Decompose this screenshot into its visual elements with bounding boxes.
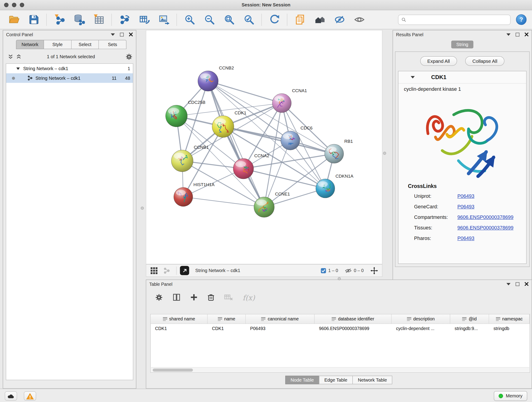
network-node-HIST1H1A[interactable]: HIST1H1A: [174, 182, 215, 206]
tab-node-table[interactable]: Node Table: [285, 376, 319, 384]
network-node-CDK1[interactable]: CDK1: [212, 110, 246, 138]
table-row[interactable]: CDK1 CDK1 P06493 9606.ENSP00000378699 cy…: [151, 324, 530, 333]
function-builder-button-disabled[interactable]: f(x): [243, 294, 255, 302]
expand-all-button[interactable]: Expand All: [420, 56, 457, 66]
save-session-button[interactable]: [26, 12, 41, 27]
float-panel-button[interactable]: [111, 33, 115, 36]
maximize-panel-button[interactable]: [516, 32, 519, 36]
selected-checkbox-icon[interactable]: [321, 268, 326, 273]
network-canvas[interactable]: CCNB2CCNA1CDC25BCDK1CDC6RB1CCNB1CCNA2CDK…: [146, 30, 382, 264]
network-node-CDC6[interactable]: CDC6: [281, 126, 312, 150]
column-header-description[interactable]: description: [392, 314, 450, 323]
column-header-canonical-name[interactable]: canonical name: [246, 314, 314, 323]
tab-style[interactable]: Style: [44, 40, 71, 49]
network-node-CCNA1[interactable]: CCNA1: [272, 88, 307, 113]
splitter-handle[interactable]: [141, 206, 144, 210]
network-graph[interactable]: CCNB2CCNA1CDC25BCDK1CDC6RB1CCNB1CCNA2CDK…: [146, 30, 382, 264]
tab-network-table[interactable]: Network Table: [352, 376, 392, 384]
crosslink-link[interactable]: 9606.ENSP00000378699: [457, 225, 513, 230]
close-panel-button[interactable]: [525, 32, 529, 36]
cell-database-identifier[interactable]: 9606.ENSP00000378699: [315, 324, 392, 333]
tab-sets[interactable]: Sets: [99, 40, 127, 49]
crosslink-link[interactable]: P06493: [457, 204, 474, 209]
scrollbar-thumb[interactable]: [152, 368, 193, 371]
open-session-button[interactable]: [6, 12, 21, 27]
cloud-status-button[interactable]: [5, 391, 17, 401]
tab-network[interactable]: Network: [16, 40, 44, 49]
tab-string[interactable]: String: [451, 41, 473, 48]
close-panel-button[interactable]: [129, 32, 133, 36]
zoom-window-button[interactable]: [20, 3, 24, 7]
open-in-window-button[interactable]: [180, 266, 189, 275]
zoom-out-button[interactable]: [202, 12, 217, 27]
zoom-selected-button[interactable]: [241, 12, 256, 27]
network-row-selected[interactable]: String Network – cdk1 11 48: [6, 73, 133, 83]
cell-shared-name[interactable]: CDK1: [151, 324, 207, 333]
eye-button[interactable]: [352, 12, 367, 27]
crosslink-link[interactable]: P06493: [457, 235, 474, 241]
cell-canonical-name[interactable]: P06493: [246, 324, 314, 333]
search-input[interactable]: [408, 17, 507, 22]
export-image-button[interactable]: [157, 12, 171, 27]
cell-name[interactable]: CDK1: [208, 324, 246, 333]
cell-description[interactable]: cyclin-dependent ...: [392, 324, 450, 333]
minimize-window-button[interactable]: [12, 3, 16, 7]
help-button[interactable]: ?: [516, 14, 526, 25]
import-network-file-button[interactable]: [52, 12, 67, 27]
show-hide-graphics-details-button[interactable]: [332, 12, 347, 27]
pan-mode-button[interactable]: [370, 267, 378, 274]
network-node-CDKN1A[interactable]: CDKN1A: [316, 174, 353, 198]
import-network-database-button[interactable]: [71, 12, 86, 27]
network-collection-row[interactable]: String Network – cdk1 1: [6, 64, 133, 73]
maximize-panel-button[interactable]: [120, 32, 124, 36]
home-button[interactable]: [312, 12, 327, 27]
birds-eye-view-button[interactable]: [150, 267, 158, 274]
search-field[interactable]: [398, 14, 510, 25]
network-node-CCNB1[interactable]: CCNB1: [171, 145, 209, 172]
show-columns-button[interactable]: [173, 294, 180, 303]
maximize-panel-button[interactable]: [516, 282, 519, 286]
column-header-shared-name[interactable]: shared name: [151, 314, 207, 323]
apply-layout-button[interactable]: [267, 12, 282, 27]
new-network-button[interactable]: [117, 12, 132, 27]
disclosure-triangle-icon[interactable]: [16, 67, 20, 70]
network-options-button[interactable]: [125, 53, 133, 60]
network-node-RB1[interactable]: RB1: [325, 139, 353, 163]
copy-document-button[interactable]: [292, 12, 307, 27]
network-overview-button-disabled[interactable]: [163, 267, 170, 274]
section-disclosure-triangle-icon[interactable]: [411, 76, 415, 78]
memory-button[interactable]: Memory: [494, 391, 527, 401]
memory-label: Memory: [506, 394, 523, 399]
splitter-handle[interactable]: [338, 277, 341, 280]
splitter-handle[interactable]: [383, 152, 386, 155]
new-network-from-table-button[interactable]: [137, 12, 152, 27]
cell-id[interactable]: stringdb:9...: [450, 324, 489, 333]
table-options-button[interactable]: [155, 293, 163, 303]
tab-edge-table[interactable]: Edge Table: [319, 376, 353, 384]
collapse-all-button[interactable]: Collapse All: [465, 56, 504, 66]
collapse-all-networks-button[interactable]: [8, 54, 13, 59]
tab-select[interactable]: Select: [71, 40, 99, 49]
column-header-name[interactable]: name: [208, 314, 246, 323]
crosslink-link[interactable]: P06493: [457, 193, 474, 199]
zoom-in-button[interactable]: [182, 12, 197, 27]
hidden-eye-icon[interactable]: [345, 268, 352, 273]
delete-column-button[interactable]: [208, 294, 215, 303]
crosslink-link[interactable]: 9606.ENSP00000378699: [457, 214, 513, 220]
column-header-database-identifier[interactable]: database identifier: [315, 314, 392, 323]
warnings-button[interactable]: [24, 391, 36, 401]
float-panel-button[interactable]: [506, 33, 510, 36]
zoom-fit-button[interactable]: [222, 12, 236, 27]
close-panel-button[interactable]: [525, 282, 529, 286]
import-table-file-button[interactable]: [91, 12, 106, 27]
float-panel-button[interactable]: [506, 283, 510, 285]
add-column-button[interactable]: [190, 294, 198, 303]
close-window-button[interactable]: [4, 3, 8, 7]
column-header-id[interactable]: @id: [450, 314, 489, 323]
cell-namespace[interactable]: stringdb: [489, 324, 530, 333]
delete-table-button-disabled[interactable]: [224, 294, 233, 302]
horizontal-scrollbar[interactable]: [151, 367, 529, 372]
column-header-namespace[interactable]: namespac: [489, 314, 530, 323]
expand-all-networks-button[interactable]: [16, 54, 22, 59]
crosslinks-title: CrossLinks: [408, 183, 526, 189]
